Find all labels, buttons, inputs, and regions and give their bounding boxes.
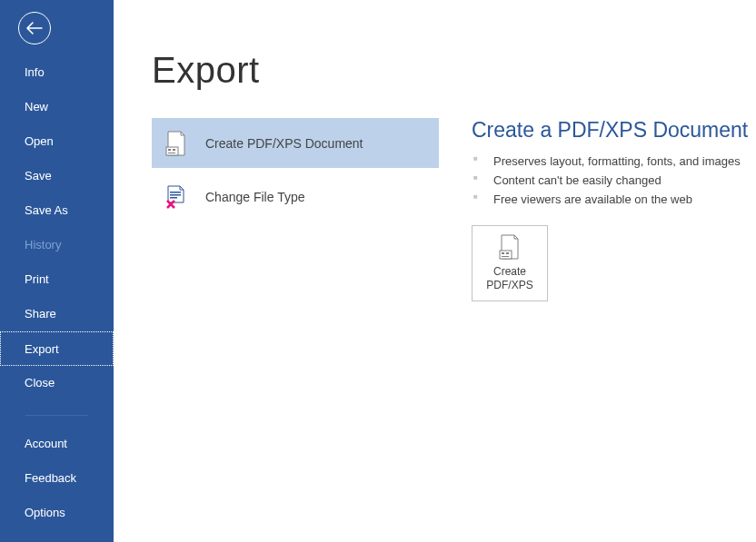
sidebar-item-account[interactable]: Account (0, 427, 114, 461)
svg-rect-3 (168, 153, 175, 153)
option-label: Create PDF/XPS Document (205, 136, 363, 151)
sidebar-item-save-as[interactable]: Save As (0, 193, 114, 228)
detail-title: Create a PDF/XPS Document (472, 118, 756, 143)
svg-rect-9 (506, 252, 509, 254)
button-label: Create PDF/XPS (486, 265, 532, 292)
detail-bullet: Free viewers are available on the web (472, 190, 756, 209)
sidebar-item-history: History (0, 228, 114, 262)
sidebar: Info New Open Save Save As History Print… (0, 0, 114, 542)
sidebar-nav: Info New Open Save Save As History Print… (0, 55, 114, 530)
option-label: Change File Type (205, 190, 304, 204)
detail-bullets: Preserves layout, formatting, fonts, and… (472, 152, 756, 209)
export-columns: Create PDF/XPS Document Change File Type (152, 118, 756, 301)
sidebar-item-new[interactable]: New (0, 90, 114, 124)
sidebar-item-open[interactable]: Open (0, 124, 114, 159)
document-pdf-icon (497, 234, 522, 260)
sidebar-item-options[interactable]: Options (0, 496, 114, 530)
back-button[interactable] (18, 12, 51, 44)
change-file-type-icon (164, 184, 189, 210)
export-details: Create a PDF/XPS Document Preserves layo… (472, 118, 756, 301)
svg-rect-1 (168, 149, 171, 151)
sidebar-item-export[interactable]: Export (0, 331, 114, 366)
sidebar-item-feedback[interactable]: Feedback (0, 461, 114, 496)
create-pdf-xps-button[interactable]: Create PDF/XPS (472, 225, 548, 301)
export-options: Create PDF/XPS Document Change File Type (152, 118, 439, 301)
sidebar-item-save[interactable]: Save (0, 159, 114, 193)
detail-bullet: Preserves layout, formatting, fonts, and… (472, 152, 756, 171)
sidebar-item-info[interactable]: Info (0, 55, 114, 90)
svg-rect-0 (166, 147, 178, 155)
main-content: Export Create PDF/XPS Document (114, 0, 756, 542)
sidebar-item-print[interactable]: Print (0, 262, 114, 297)
sidebar-item-share[interactable]: Share (0, 297, 114, 331)
option-create-pdf-xps[interactable]: Create PDF/XPS Document (152, 118, 439, 168)
svg-rect-8 (502, 252, 504, 254)
svg-rect-6 (170, 197, 177, 199)
detail-bullet: Content can't be easily changed (472, 171, 756, 190)
svg-rect-2 (173, 149, 175, 151)
svg-rect-4 (170, 192, 181, 193)
document-pdf-icon (164, 131, 189, 156)
page-title: Export (152, 50, 756, 91)
svg-rect-7 (500, 251, 512, 259)
sidebar-divider (25, 415, 88, 416)
back-arrow-icon (26, 22, 43, 34)
sidebar-item-close[interactable]: Close (0, 366, 114, 400)
svg-rect-5 (170, 194, 181, 196)
svg-rect-10 (502, 256, 509, 257)
option-change-file-type[interactable]: Change File Type (152, 172, 439, 222)
back-header (0, 0, 114, 55)
